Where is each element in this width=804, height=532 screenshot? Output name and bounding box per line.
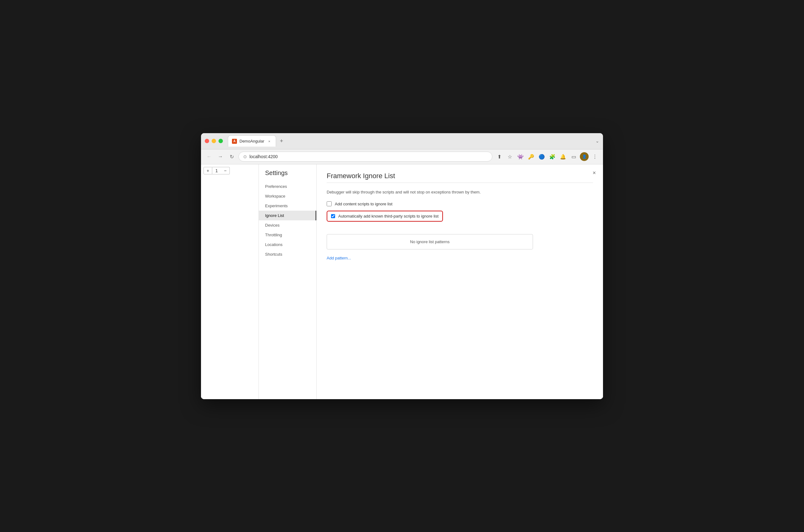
section-title: Framework Ignore List (327, 172, 593, 180)
zoom-level: 1 (212, 167, 221, 174)
minimize-button[interactable] (212, 139, 216, 143)
maximize-button[interactable] (218, 139, 223, 143)
highlighted-checkbox-row: Automatically add known third-party scri… (327, 211, 443, 222)
forward-button[interactable]: → (216, 152, 225, 161)
section-divider (327, 183, 593, 183)
auto-add-third-party-checkbox[interactable] (331, 214, 335, 218)
devtools-panel: Settings Preferences Workspace Experimen… (259, 165, 603, 399)
add-pattern-button[interactable]: Add pattern... (327, 254, 351, 262)
patterns-empty-box: No ignore list patterns (327, 234, 533, 249)
tab-close-button[interactable]: × (267, 139, 272, 144)
tab-favicon: A (232, 139, 237, 144)
title-bar: A DemoAngular × + ⌄ (201, 133, 603, 149)
add-content-scripts-label: Add content scripts to ignore list (335, 202, 392, 206)
content-area: + 1 − Settings Preferences Workspace Exp… (201, 165, 603, 399)
page-sidebar: + 1 − (201, 165, 259, 399)
section-description: Debugger will skip through the scripts a… (327, 189, 593, 195)
address-bar-row: ← → ↻ ⊙ localhost:4200 ⬆ ☆ 👾 🔑 🔵 🧩 🔔 ▭ 👤… (201, 149, 603, 165)
sidebar-item-shortcuts[interactable]: Shortcuts (259, 249, 317, 259)
new-tab-button[interactable]: + (277, 137, 286, 145)
traffic-lights (205, 139, 223, 143)
settings-container: Settings Preferences Workspace Experimen… (259, 165, 603, 399)
checkbox-row-1: Add content scripts to ignore list (327, 201, 593, 206)
reload-button[interactable]: ↻ (227, 152, 236, 161)
patterns-empty-label: No ignore list patterns (410, 240, 449, 244)
settings-sidebar: Settings Preferences Workspace Experimen… (259, 165, 317, 399)
settings-title: Settings (259, 169, 317, 182)
add-content-scripts-checkbox[interactable] (327, 201, 332, 206)
sidebar-item-locations[interactable]: Locations (259, 240, 317, 249)
sidebar-item-ignore-list[interactable]: Ignore List (259, 211, 317, 220)
sidebar-icon[interactable]: ▭ (569, 152, 578, 161)
toolbar-icons: ⬆ ☆ 👾 🔑 🔵 🧩 🔔 ▭ 👤 ⋮ (495, 152, 599, 161)
settings-content: × Framework Ignore List Debugger will sk… (317, 165, 603, 399)
settings-close-button[interactable]: × (591, 169, 598, 177)
bookmark-icon[interactable]: ☆ (505, 152, 514, 161)
zoom-out-button[interactable]: − (221, 167, 230, 174)
browser-window: A DemoAngular × + ⌄ ← → ↻ ⊙ localhost:42… (201, 133, 603, 399)
zoom-controls: + 1 − (201, 165, 259, 177)
sidebar-item-experiments[interactable]: Experiments (259, 201, 317, 211)
extension3-icon[interactable]: 🔵 (537, 152, 546, 161)
chevron-down-icon[interactable]: ⌄ (595, 138, 599, 144)
location-icon: ⊙ (243, 154, 247, 159)
auto-add-third-party-label: Automatically add known third-party scri… (338, 214, 439, 218)
sidebar-item-workspace[interactable]: Workspace (259, 191, 317, 201)
close-button[interactable] (205, 139, 209, 143)
browser-tab[interactable]: A DemoAngular × (228, 135, 276, 147)
sidebar-item-devices[interactable]: Devices (259, 220, 317, 230)
tab-title: DemoAngular (240, 139, 265, 144)
sidebar-item-throttling[interactable]: Throttling (259, 230, 317, 240)
address-text: localhost:4200 (249, 154, 277, 159)
back-button[interactable]: ← (205, 152, 213, 161)
highlighted-checkbox-wrapper: Automatically add known third-party scri… (327, 211, 593, 228)
extension5-icon[interactable]: 🔔 (559, 152, 567, 161)
share-icon[interactable]: ⬆ (495, 152, 503, 161)
profile-avatar[interactable]: 👤 (580, 152, 589, 161)
sidebar-item-preferences[interactable]: Preferences (259, 182, 317, 191)
address-bar[interactable]: ⊙ localhost:4200 (238, 152, 492, 162)
extension2-icon[interactable]: 🔑 (527, 152, 535, 161)
tab-bar: A DemoAngular × + (228, 135, 595, 147)
zoom-in-button[interactable]: + (204, 167, 212, 174)
extension4-icon[interactable]: 🧩 (548, 152, 557, 161)
menu-icon[interactable]: ⋮ (591, 152, 599, 161)
extensions-icon[interactable]: 👾 (516, 152, 525, 161)
